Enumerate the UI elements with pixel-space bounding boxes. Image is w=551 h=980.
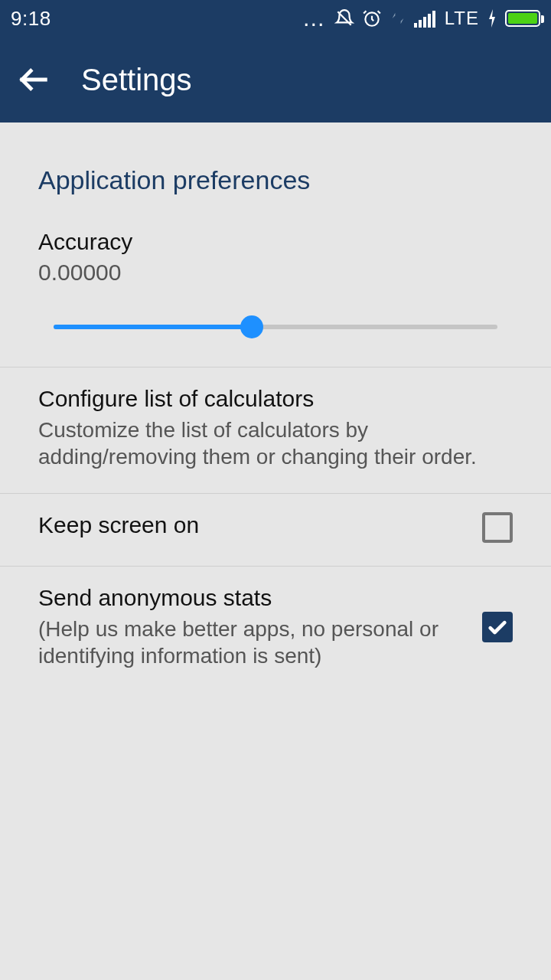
content-area: Application preferences Accuracy 0.00000…	[0, 122, 551, 692]
svg-rect-5	[432, 11, 435, 28]
page-title: Settings	[81, 63, 192, 97]
bell-off-icon	[334, 8, 354, 28]
status-bar: 9:18 …	[0, 0, 551, 37]
stats-checkbox[interactable]	[482, 612, 513, 642]
accuracy-title: Accuracy	[38, 229, 513, 255]
keepscreen-checkbox[interactable]	[482, 512, 513, 543]
section-header: Application preferences	[0, 122, 551, 214]
svg-rect-4	[428, 14, 431, 28]
accuracy-slider[interactable]	[38, 312, 513, 342]
pref-anonymous-stats[interactable]: Send anonymous stats (Help us make bette…	[0, 567, 551, 692]
back-button[interactable]	[14, 60, 54, 100]
status-time: 9:18	[11, 7, 51, 31]
signal-icon	[414, 9, 437, 28]
network-type: LTE	[445, 8, 479, 29]
battery-icon	[505, 10, 540, 27]
slider-track	[54, 325, 497, 329]
svg-rect-1	[414, 23, 417, 28]
svg-rect-3	[423, 17, 426, 28]
accuracy-value: 0.00000	[38, 260, 513, 286]
data-traffic-icon	[390, 8, 406, 28]
pref-keep-screen-on[interactable]: Keep screen on	[0, 494, 551, 567]
configure-title: Configure list of calculators	[38, 386, 513, 412]
app-bar: Settings	[0, 37, 551, 122]
alarm-icon	[362, 8, 382, 28]
slider-thumb[interactable]	[240, 315, 263, 338]
keepscreen-title: Keep screen on	[38, 512, 464, 538]
stats-summary: (Help us make better apps, no personal o…	[38, 616, 464, 669]
pref-accuracy: Accuracy 0.00000	[0, 214, 551, 368]
svg-rect-2	[419, 20, 422, 28]
pref-configure-calculators[interactable]: Configure list of calculators Customize …	[0, 368, 551, 494]
charging-icon	[487, 9, 497, 28]
status-indicators: … LTE	[302, 8, 540, 29]
configure-summary: Customize the list of calculators by add…	[38, 416, 513, 470]
slider-fill	[54, 325, 253, 329]
stats-title: Send anonymous stats	[38, 585, 464, 611]
